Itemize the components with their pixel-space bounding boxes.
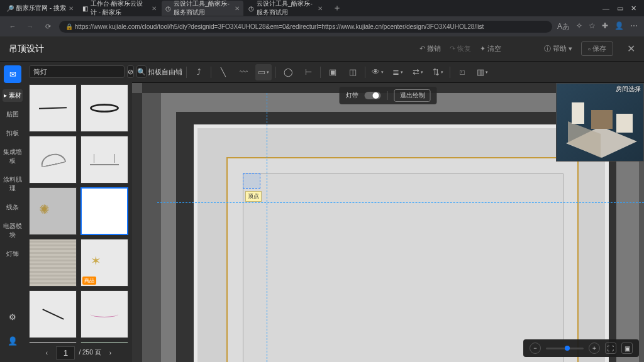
rail-textures[interactable]: 贴图: [5, 108, 20, 121]
light-strip-bar: 灯带 退出绘制: [340, 87, 437, 104]
upload-icon[interactable]: ⤴: [191, 64, 207, 80]
reader-icon[interactable]: ✧: [576, 21, 582, 32]
help-button[interactable]: ⓘ 帮助 ▾: [544, 44, 572, 53]
line-tool-icon[interactable]: ╲: [215, 64, 231, 80]
browser-tab[interactable]: ◧工作台-酷家乐云设计 - 酷家乐✕: [79, 1, 160, 16]
rail-materials[interactable]: ▸ 素材: [3, 89, 23, 102]
url-field[interactable]: 🔒 https://www.kujiale.com/cloud/tool/h5/…: [59, 21, 552, 33]
asset-thumb[interactable]: [80, 84, 128, 132]
app-header: 吊顶设计 ↶ 撤销 ↷ 恢复 ✦ 清空 ⓘ 帮助 ▾ ▫ 保存 ✕: [0, 36, 644, 62]
clear-button[interactable]: ✦ 清空: [480, 44, 501, 53]
grid-tool-icon[interactable]: ◫: [345, 64, 361, 80]
svg-rect-4: [616, 114, 633, 133]
zoom-in-icon[interactable]: ＋: [589, 343, 600, 354]
user-icon[interactable]: 👤: [4, 332, 21, 349]
settings-icon[interactable]: ⚙: [4, 308, 21, 326]
rail-wallpanel[interactable]: 集成墙板: [0, 146, 25, 167]
favorites-icon[interactable]: ☆: [589, 21, 596, 32]
close-icon[interactable]: ✕: [318, 5, 323, 12]
asset-thumb[interactable]: ✺: [29, 187, 77, 235]
page-next-icon[interactable]: ›: [105, 349, 116, 356]
browser-tab-active[interactable]: ◷云设计工具_酷家乐-服务商试用✕: [162, 1, 243, 16]
room-minimap[interactable]: 房间选择: [556, 83, 644, 162]
close-icon[interactable]: ✕: [69, 5, 74, 12]
page-input[interactable]: [56, 346, 75, 359]
asset-thumb[interactable]: ✶商品: [80, 239, 128, 287]
page-prev-icon[interactable]: ‹: [41, 349, 52, 356]
nav-refresh-icon[interactable]: ⟳: [42, 23, 54, 31]
zoom-out-icon[interactable]: －: [530, 343, 541, 354]
search-icon[interactable]: 🔍: [136, 65, 147, 78]
asset-thumb[interactable]: [29, 84, 77, 132]
rail-appliances[interactable]: 电器模块: [0, 220, 25, 241]
asset-thumb[interactable]: [29, 290, 77, 338]
asset-panel: ⊘ 🔍 ✺ ✶商品 ‹ / 250 页 › ◂: [25, 62, 132, 362]
snap-guide-horizontal: [157, 202, 644, 203]
tab-label: 云设计工具_酷家乐-服务商试用: [174, 0, 232, 17]
undo-button[interactable]: ↶ 撤销: [419, 44, 441, 53]
window-maximize-icon[interactable]: ▭: [617, 4, 623, 13]
asset-thumb-selected[interactable]: [80, 187, 128, 235]
minimap-title: 房间选择: [616, 85, 641, 94]
favicon: ◧: [82, 5, 88, 12]
avatar-icon[interactable]: 👤: [614, 21, 624, 32]
page-title: 吊顶设计: [9, 43, 44, 55]
area-tool-icon[interactable]: ▣: [325, 64, 341, 80]
zoom-reset-icon[interactable]: ▣: [621, 343, 633, 354]
exit-draw-button[interactable]: 退出绘制: [394, 89, 431, 102]
clear-search-icon[interactable]: ⊘: [127, 65, 134, 78]
rail-tiles[interactable]: 扣板: [5, 127, 20, 140]
nav-back-icon[interactable]: ←: [6, 23, 19, 30]
view-icon[interactable]: 👁: [369, 64, 386, 80]
product-badge: 商品: [82, 277, 96, 285]
light-label: 灯带: [346, 91, 358, 100]
search-input[interactable]: [29, 65, 125, 78]
svg-rect-3: [591, 110, 613, 129]
zoom-slider[interactable]: [546, 348, 584, 349]
ruler-tool-icon[interactable]: ⊢: [300, 64, 316, 80]
rect-tool-icon[interactable]: ▭: [255, 64, 272, 80]
browser-tab[interactable]: ◷云设计工具_酷家乐-服务商试用✕: [245, 1, 326, 16]
export-icon[interactable]: ▥: [474, 64, 491, 80]
asset-thumb[interactable]: [29, 342, 77, 343]
layers-icon[interactable]: ≣: [389, 64, 406, 80]
url-text: https://www.kujiale.com/cloud/tool/h5/di…: [75, 23, 484, 30]
overflow-icon[interactable]: ⋯: [630, 21, 638, 32]
asset-thumb[interactable]: [80, 136, 128, 184]
flip-v-icon[interactable]: ⇅: [430, 64, 446, 80]
light-toggle[interactable]: [365, 92, 381, 99]
asset-thumb[interactable]: [29, 239, 77, 287]
circle-tool-icon[interactable]: ◯: [280, 64, 296, 80]
asset-thumb[interactable]: [80, 290, 128, 338]
close-icon[interactable]: ✕: [152, 5, 157, 12]
rail-mail-icon[interactable]: ✉: [4, 65, 21, 83]
zoom-controls: － ＋ ⛶ ▣: [523, 339, 639, 357]
browser-tabbar: 🔎酷家乐官网 - 搜索✕ ◧工作台-酷家乐云设计 - 酷家乐✕ ◷云设计工具_酷…: [0, 0, 644, 16]
svg-rect-2: [572, 102, 584, 124]
app-close-icon[interactable]: ✕: [622, 43, 635, 55]
translate-icon[interactable]: Aあ: [557, 21, 570, 32]
browser-tab[interactable]: 🔎酷家乐官网 - 搜索✕: [3, 1, 77, 16]
canvas-toolbar: 扣板自由铺 ⤴ ╲ 〰 ▭ ◯ ⊢ ▣ ◫ 👁 ≣ ⇄ ⇅ ⏍ ▥: [132, 62, 644, 83]
flip-h-icon[interactable]: ⇄: [409, 64, 426, 80]
window-minimize-icon[interactable]: —: [602, 4, 609, 13]
window-close-icon[interactable]: ✕: [631, 4, 636, 13]
ruler-vertical: [132, 93, 142, 362]
rail-paint[interactable]: 涂料肌理: [0, 173, 25, 195]
rail-lighting[interactable]: 灯饰: [5, 248, 20, 260]
curve-tool-icon[interactable]: 〰: [235, 64, 252, 80]
pager: ‹ / 250 页 ›: [25, 343, 132, 362]
save-button[interactable]: ▫ 保存: [581, 41, 613, 56]
collections-icon[interactable]: ✚: [602, 21, 608, 32]
new-tab-button[interactable]: ＋: [328, 3, 347, 14]
nav-forward-icon[interactable]: →: [24, 23, 36, 30]
asset-thumb[interactable]: [29, 136, 77, 184]
asset-thumb[interactable]: [80, 342, 128, 343]
tool-rail: ✉ ▸ 素材 贴图 扣板 集成墙板 涂料肌理 线条 电器模块 灯饰 ⚙ 👤: [0, 62, 25, 362]
rail-strips[interactable]: 线条: [5, 201, 20, 214]
close-icon[interactable]: ✕: [235, 5, 240, 12]
draw-preview-rect[interactable]: [243, 173, 260, 189]
camera-icon[interactable]: ⏍: [454, 64, 470, 80]
zoom-fit-icon[interactable]: ⛶: [605, 343, 616, 354]
redo-button[interactable]: ↷ 恢复: [450, 44, 471, 53]
